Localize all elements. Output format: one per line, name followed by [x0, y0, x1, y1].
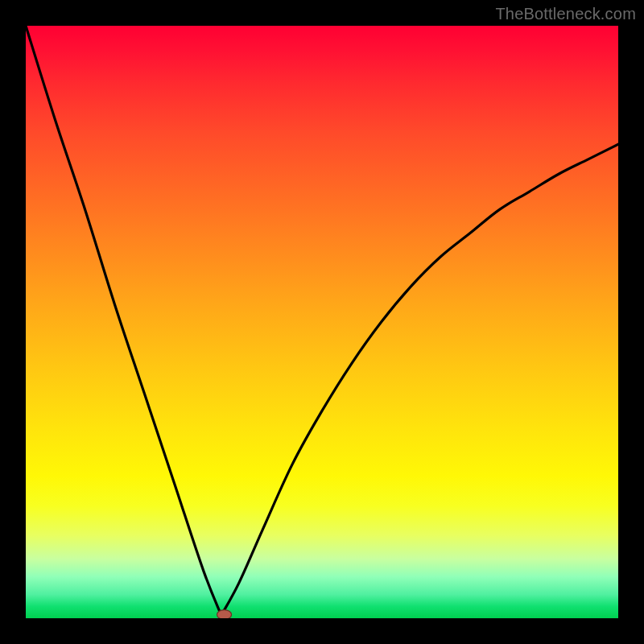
chart-frame: TheBottleneck.com [0, 0, 644, 644]
curve-group [26, 26, 618, 618]
minimum-marker [217, 610, 232, 618]
curve-right-branch [221, 144, 618, 615]
curve-svg [26, 26, 618, 618]
watermark-label: TheBottleneck.com [495, 5, 636, 23]
plot-area [26, 26, 618, 618]
curve-left-branch [26, 26, 221, 615]
